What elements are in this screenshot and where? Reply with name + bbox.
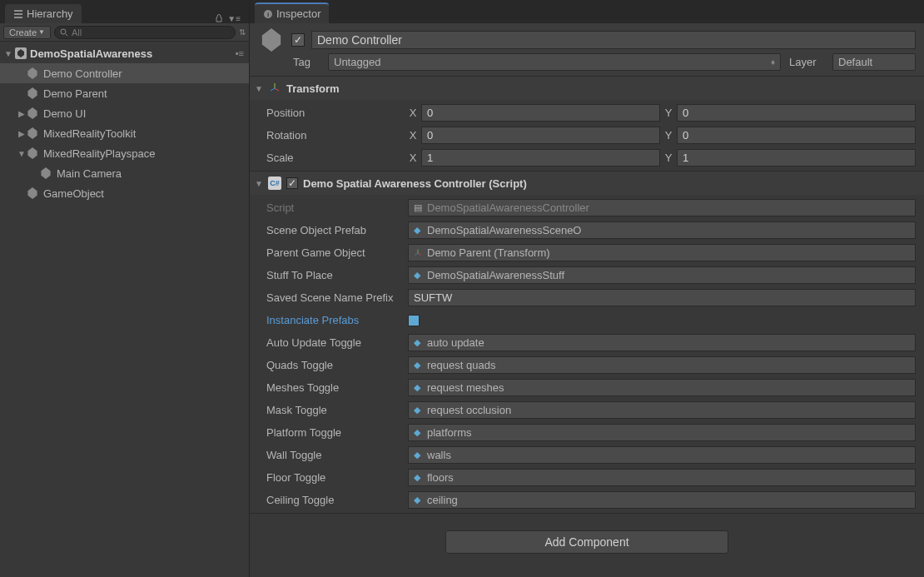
script-prop-label: Script [258, 201, 408, 214]
ceiling-field[interactable]: ◆ceiling [408, 491, 916, 509]
mask-field[interactable]: ◆request occlusion [408, 401, 916, 419]
saved-prefix-row: Saved Scene Name Prefix SUFTW [250, 286, 924, 309]
parent-field[interactable]: Demo Parent (Transform) [408, 244, 916, 261]
saved-prefix-input[interactable]: SUFTW [408, 289, 916, 306]
position-row: Position X0 Y0 [250, 102, 924, 124]
gameobject-icon [27, 107, 42, 119]
parent-row: Parent Game Object Demo Parent (Transfor… [250, 241, 924, 264]
axis-y-label: Y [663, 107, 673, 119]
transform-header[interactable]: ▼ Transform [250, 77, 924, 100]
position-x-input[interactable]: 0 [421, 104, 660, 122]
expand-arrow-icon[interactable]: ▼ [3, 49, 13, 58]
list-icon [13, 9, 23, 19]
wall-field[interactable]: ◆walls [408, 446, 916, 464]
meshes-label: Meshes Toggle [258, 381, 408, 394]
auto-update-field[interactable]: ◆auto update [408, 334, 916, 351]
quads-label: Quads Toggle [258, 359, 408, 371]
position-label: Position [258, 107, 408, 119]
axis-y-label: Y [663, 129, 673, 142]
script-title: Demo Spatial Awareness Controller (Scrip… [303, 177, 527, 190]
scale-x-input[interactable]: 1 [421, 149, 660, 167]
expand-arrow-icon[interactable]: ▼ [17, 149, 27, 158]
stuff-row: Stuff To Place ◆DemoSpatialAwarenessStuf… [250, 264, 924, 286]
scene-prefab-label: Scene Object Prefab [258, 224, 408, 236]
hierarchy-tab[interactable]: Hierarchy [5, 4, 82, 23]
tree-item-main-camera[interactable]: Main Camera [0, 163, 249, 183]
hierarchy-panel: Hierarchy ▼≡ Create ▼ ⇅ ▼ DemoSpatialA [0, 0, 250, 577]
prefab-icon: ◆ [414, 472, 424, 483]
inspector-tab[interactable]: i Inspector [255, 2, 329, 23]
scale-row: Scale X1 Y1 [250, 147, 924, 169]
tree-item-demo-parent[interactable]: Demo Parent [0, 83, 249, 103]
inspector-tab-bar: i Inspector [250, 0, 924, 23]
tree-item-label: Demo Parent [42, 87, 107, 100]
quads-field[interactable]: ◆request quads [408, 356, 916, 374]
add-component-area: Add Component [250, 514, 924, 570]
tag-label: Tag [293, 56, 320, 68]
info-icon: i [263, 9, 273, 19]
component-enabled-checkbox[interactable]: ✓ [286, 177, 298, 189]
scale-y-input[interactable]: 1 [677, 149, 916, 167]
parent-label: Parent Game Object [258, 246, 408, 259]
create-dropdown[interactable]: Create ▼ [3, 26, 51, 39]
hierarchy-search[interactable] [54, 26, 236, 39]
tree-item-label: MixedRealityPlayspace [42, 147, 155, 160]
meshes-field[interactable]: ◆request meshes [408, 379, 916, 396]
script-file-icon: ▤ [414, 202, 424, 213]
script-header[interactable]: ▼ C# ✓ Demo Spatial Awareness Controller… [250, 172, 924, 195]
stuff-label: Stuff To Place [258, 269, 408, 281]
tree-item-gameobject[interactable]: GameObject [0, 183, 249, 203]
scene-menu-icon[interactable]: •≡ [236, 48, 249, 58]
prefab-icon: ◆ [414, 495, 424, 505]
parent-value: Demo Parent (Transform) [427, 246, 550, 259]
scene-label: DemoSpatialAwareness [28, 47, 152, 60]
lock-icon[interactable] [214, 13, 224, 23]
rotation-x-input[interactable]: 0 [421, 127, 660, 144]
tree-item-demo-ui[interactable]: ▶ Demo UI [0, 103, 249, 123]
axis-y-label: Y [663, 152, 673, 164]
instanciate-checkbox[interactable] [408, 315, 420, 326]
chevron-down-icon: ♦ [771, 57, 775, 67]
floor-field[interactable]: ◆floors [408, 469, 916, 486]
layer-label: Layer [789, 56, 824, 68]
script-component: ▼ C# ✓ Demo Spatial Awareness Controller… [250, 172, 924, 514]
rotation-y-input[interactable]: 0 [677, 127, 916, 144]
ceiling-label: Ceiling Toggle [258, 494, 408, 506]
active-checkbox[interactable]: ✓ [291, 33, 305, 47]
wall-label: Wall Toggle [258, 449, 408, 461]
tree-item-demo-controller[interactable]: Demo Controller [0, 63, 249, 83]
tree-item-playspace[interactable]: ▼ MixedRealityPlayspace [0, 143, 249, 163]
add-component-button[interactable]: Add Component [445, 530, 728, 554]
floor-row: Floor Toggle ◆floors [250, 466, 924, 489]
object-name-input[interactable]: Demo Controller [311, 31, 916, 49]
expand-arrow-icon[interactable]: ▶ [17, 129, 27, 138]
tree-item-label: Demo Controller [42, 67, 122, 80]
panel-menu-icon[interactable]: ▼≡ [227, 14, 241, 23]
collapse-arrow-icon[interactable]: ▼ [255, 179, 263, 188]
saved-prefix-label: Saved Scene Name Prefix [258, 291, 408, 304]
gameobject-icon [27, 67, 42, 79]
hierarchy-search-input[interactable] [72, 27, 230, 37]
hierarchy-tree: ▼ DemoSpatialAwareness •≡ Demo Controlle… [0, 42, 249, 577]
stuff-field[interactable]: ◆DemoSpatialAwarenessStuff [408, 266, 916, 284]
position-y-input[interactable]: 0 [677, 104, 916, 122]
script-ref-value: DemoSpatialAwarenessController [427, 201, 589, 214]
platform-field[interactable]: ◆platforms [408, 424, 916, 441]
script-ref-field[interactable]: ▤DemoSpatialAwarenessController [408, 199, 916, 216]
scene-prefab-field[interactable]: ◆DemoSpatialAwarenessSceneO [408, 221, 916, 239]
expand-arrow-icon[interactable]: ▶ [17, 109, 27, 118]
layer-dropdown[interactable]: Default [832, 53, 916, 71]
collapse-arrow-icon[interactable]: ▼ [255, 84, 263, 93]
script-prop-row: Script ▤DemoSpatialAwarenessController [250, 196, 924, 219]
tree-item-mrtk[interactable]: ▶ MixedRealityToolkit [0, 123, 249, 143]
scene-root[interactable]: ▼ DemoSpatialAwareness •≡ [0, 43, 249, 63]
hierarchy-tab-options: ▼≡ [214, 13, 244, 23]
inspector-body: ✓ Demo Controller Tag Untagged ♦ Layer D… [250, 23, 924, 577]
inspector-tab-label: Inspector [276, 7, 320, 20]
axis-x-label: X [408, 107, 418, 119]
transform-component: ▼ Transform Position X0 Y0 Rotation [250, 77, 924, 172]
tag-dropdown[interactable]: Untagged ♦ [328, 53, 781, 71]
filter-icon[interactable]: ⇅ [239, 27, 246, 37]
prefab-icon: ◆ [414, 225, 424, 236]
scene-prefab-value: DemoSpatialAwarenessSceneO [427, 224, 581, 236]
